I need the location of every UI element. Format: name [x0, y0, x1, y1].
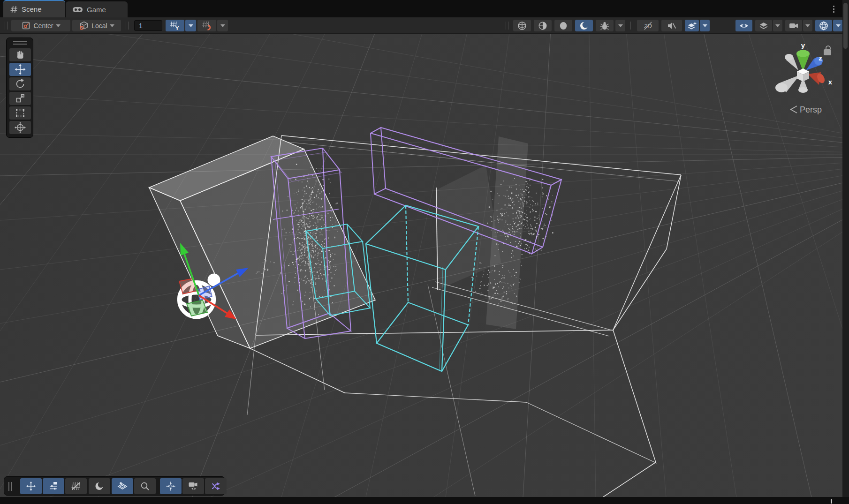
snap-settings-dropdown[interactable]: [217, 20, 228, 31]
kebab-menu-icon[interactable]: [829, 4, 838, 14]
sphere-wireframe-icon: [517, 21, 527, 31]
lighting-icon: [687, 21, 697, 31]
hand-tool-icon: [14, 49, 26, 61]
lighting-dropdown[interactable]: [700, 20, 710, 31]
orientation-gizmo[interactable]: y z x Persp: [775, 41, 833, 114]
tab-game[interactable]: Game: [66, 1, 128, 17]
camera-settings-dropdown[interactable]: [803, 20, 812, 31]
projection-toggle[interactable]: Persp: [791, 105, 822, 114]
shuffle-icon: [210, 481, 221, 492]
tab-game-label: Game: [87, 6, 106, 14]
rect-tool[interactable]: [9, 106, 31, 120]
shading-shaded-button[interactable]: [554, 20, 572, 31]
move-overlay-button[interactable]: [20, 478, 42, 494]
view-hand-tool[interactable]: [9, 48, 31, 61]
move-tool[interactable]: [9, 63, 31, 76]
scrollbar-thumb[interactable]: [843, 3, 848, 49]
shading-overlay-button[interactable]: [89, 478, 110, 494]
sliders-overlay-button[interactable]: [43, 478, 64, 494]
pivot-mode-label: Center: [33, 22, 53, 30]
overlay-drag-handle[interactable]: [8, 482, 12, 491]
sphere-half-icon: [538, 21, 548, 31]
layers-icon: [758, 21, 769, 31]
axis-y-label: y: [801, 41, 805, 49]
scene-toolbar: Center Local Y: [0, 17, 849, 34]
rect-tool-icon: [14, 107, 26, 119]
center-overlay-button[interactable]: [160, 478, 182, 494]
unity-scene-view-window: Scene Game Center: [0, 0, 849, 504]
pivot-center-icon: [21, 20, 31, 31]
gizmos-toggle[interactable]: [815, 20, 832, 31]
debug-draw-button[interactable]: [596, 20, 614, 31]
chevron-down-icon: [56, 24, 61, 27]
gamepad-icon: [72, 6, 83, 13]
grid-axis-letter: Y: [175, 25, 179, 31]
scene-canvas[interactable]: y z x Persp: [0, 34, 849, 497]
grid-snap-dropdown[interactable]: [185, 20, 196, 31]
shading-wireframe-button[interactable]: [513, 20, 531, 31]
scene-visibility-toggle[interactable]: [735, 20, 752, 31]
scale-tool[interactable]: [9, 92, 31, 105]
tab-bar: Scene Game: [0, 0, 849, 17]
camera-view-button[interactable]: [182, 478, 204, 494]
axis-x-cone[interactable]: [808, 72, 826, 85]
gizmos-globe-icon: [819, 21, 829, 31]
lock-icon[interactable]: [824, 46, 831, 55]
bug-icon: [599, 21, 610, 31]
debug-draw-dropdown[interactable]: [615, 20, 625, 31]
search-overlay-button[interactable]: [134, 478, 156, 494]
lighting-toggle[interactable]: [685, 20, 699, 31]
toolbar-separator: [630, 22, 633, 30]
resize-grip[interactable]: [831, 499, 832, 504]
axis-x-label: x: [828, 78, 833, 86]
sphere-crescent-icon: [579, 21, 589, 31]
layers-button[interactable]: [755, 20, 772, 31]
status-bar: [0, 497, 849, 504]
rotate-tool-icon: [14, 78, 26, 90]
ground-grid: [0, 34, 849, 497]
audio-toggle[interactable]: [661, 20, 682, 31]
transform-tool[interactable]: [9, 121, 31, 134]
probe-icon: [117, 481, 128, 492]
chevron-down-icon: [110, 24, 114, 27]
shading-half-button[interactable]: [534, 20, 552, 31]
panel-edge: [842, 0, 849, 497]
random-overlay-button[interactable]: [205, 478, 227, 494]
gizmo-cube[interactable]: [797, 68, 809, 82]
view-options-overlay: [4, 476, 225, 496]
camera-settings-button[interactable]: [785, 20, 802, 31]
tab-scene[interactable]: Scene: [3, 0, 65, 17]
layers-dropdown[interactable]: [773, 20, 782, 31]
grid-magnet-icon: [201, 20, 212, 31]
camera-icon: [788, 21, 799, 30]
grid-snap-toggle[interactable]: Y: [166, 20, 184, 31]
toolbar-drag-handle[interactable]: [5, 22, 8, 30]
shading-crescent-button[interactable]: [575, 20, 593, 31]
scale-tool-icon: [14, 92, 26, 105]
move-tool-icon: [14, 63, 26, 75]
probe-overlay-button[interactable]: [112, 478, 133, 494]
rotate-tool[interactable]: [9, 77, 31, 90]
grid-y-icon: Y: [169, 20, 181, 31]
scene-viewport[interactable]: y z x Persp: [0, 34, 849, 497]
2d-view-toggle[interactable]: 2D: [637, 20, 659, 31]
sphere-solid-icon: [558, 21, 569, 31]
move-icon: [25, 481, 37, 492]
2d-toggle-icon: 2D: [642, 21, 654, 31]
grid-hash-icon: [10, 5, 18, 14]
grid-off-icon: [70, 481, 82, 492]
grid-off-button[interactable]: [65, 478, 87, 494]
snap-settings-button[interactable]: [197, 20, 216, 31]
space-mode-dropdown[interactable]: Local: [72, 20, 121, 31]
eye-icon: [738, 21, 750, 30]
audio-muted-icon: [667, 21, 677, 31]
axis-z-label: z: [819, 54, 822, 62]
pivot-mode-dropdown[interactable]: Center: [11, 20, 70, 31]
crescent-icon: [94, 481, 105, 492]
overlay-drag-handle[interactable]: [13, 41, 27, 45]
selected-box[interactable]: [149, 136, 375, 348]
search-icon: [139, 481, 151, 492]
gizmos-dropdown[interactable]: [833, 20, 843, 31]
sliders-icon: [48, 481, 59, 492]
increment-snap-input[interactable]: [134, 20, 162, 31]
